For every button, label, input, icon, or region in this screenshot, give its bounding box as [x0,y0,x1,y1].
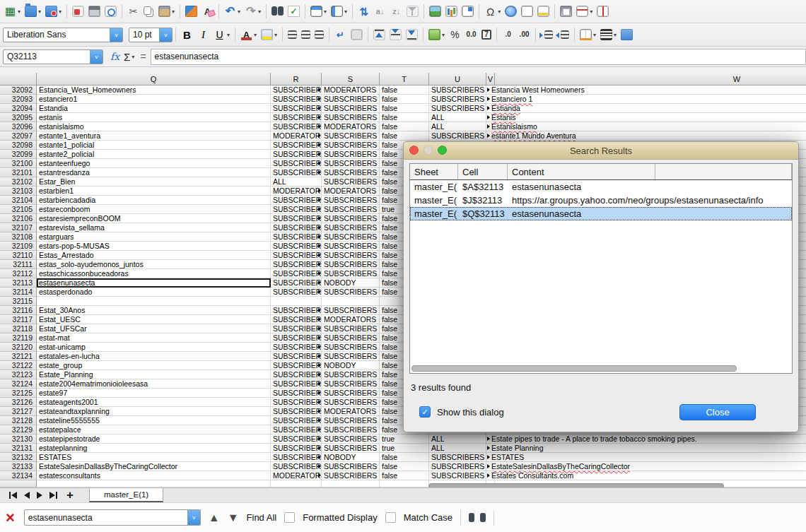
cell-Q32123[interactable]: Estate_Planning [37,370,271,379]
center-vertically-button[interactable] [387,25,404,44]
cell-Q32110[interactable]: Estas_Arrestado [37,251,271,260]
cell-S32116[interactable]: SUBSCRIBERS [322,306,380,315]
cell-S32122[interactable]: NOBODY [322,361,380,370]
cell-U32130[interactable]: ALL [429,435,486,444]
cell-T32097[interactable]: false [380,131,429,141]
chevron-down-icon[interactable]: ▾ [344,8,347,15]
row-header-partial[interactable] [0,480,37,487]
cell-R32099[interactable]: SUBSCRIBERS [271,150,322,159]
chevron-down-icon[interactable]: v [90,50,103,64]
paste-button[interactable]: ▾ [156,2,177,20]
column-header-T[interactable]: T [380,73,429,85]
cell-Q32118[interactable]: Estat_UFSCar [37,324,271,333]
cell-V32094[interactable]: Estianda [486,104,495,113]
row-header-32104[interactable]: 32104 [0,196,37,205]
chevron-down-icon[interactable]: ▾ [498,8,501,15]
cell-R32122[interactable]: SUBSCRIBERS [271,361,322,370]
cell-S32120[interactable]: SUBSCRIBERS [322,343,380,352]
cell-V32095[interactable]: Estanis [486,113,495,122]
row-header-32100[interactable]: 32100 [0,159,37,168]
cell-U32131[interactable]: ALL [429,444,486,453]
cell-R32101[interactable]: SUBSCRIBERS [271,168,322,177]
cell-T32133[interactable]: false [380,462,429,471]
chevron-down-icon[interactable]: ▾ [274,32,277,38]
cell-S32127[interactable]: MODERATORS [322,407,380,416]
cell-R32115[interactable] [271,297,322,306]
cell-S32108[interactable]: SUBSCRIBERS [322,232,380,242]
results-header-Sheet[interactable]: Sheet [410,164,458,179]
cell-Q32107[interactable]: estarevista_sellama [37,223,271,232]
cell-T32096[interactable]: false [380,122,429,131]
row-header-32108[interactable]: 32108 [0,232,37,242]
clear-formatting-button[interactable]: A [199,2,216,20]
row-header-32118[interactable]: 32118 [0,324,37,333]
date-format-button[interactable]: 7 [479,25,493,44]
cell-Q32111[interactable]: estas_solo-ayudemonos_juntos [37,260,271,269]
cell-Q32097[interactable]: estante1_aventura [37,131,271,141]
function-wizard-icon[interactable]: fx [110,51,119,62]
binoculars-icon[interactable] [469,512,486,524]
chevron-down-icon[interactable]: ▾ [593,32,596,38]
cell-Q32094[interactable]: Estandia [37,104,271,113]
row-header-32113[interactable]: 32113 [0,278,37,288]
cell-S32102[interactable]: SUBSCRIBERS [322,177,380,187]
cell-W32093[interactable] [495,95,806,104]
cell-S32115[interactable] [322,297,380,306]
cell-R32110[interactable]: SUBSCRIBERS [271,251,322,260]
cell-V32092[interactable]: Estancia West Homeowners [486,85,495,95]
print-area-button[interactable] [558,2,574,20]
cell-S32125[interactable]: SUBSCRIBERS [322,389,380,398]
results-header-Cell[interactable]: Cell [458,164,508,179]
cell-Q32095[interactable]: estanis [37,113,271,122]
row-header-32106[interactable]: 32106 [0,214,37,223]
cell-Q32114[interactable]: estasperdonado [37,288,271,297]
cell-R32124[interactable]: SUBSCRIBERS [271,379,322,389]
cell-Q32096[interactable]: estanislaismo [37,122,271,131]
cell-Q32125[interactable]: estate97 [37,389,271,398]
cell-Q32133[interactable]: EstateSalesinDallasByTheCaringCollector [37,462,271,471]
cell-W32132[interactable] [495,453,806,462]
cell-S32103[interactable]: MODERATORS [322,187,380,196]
cell-Q32117[interactable]: Estat_UESC [37,315,271,324]
increase-indent-button[interactable] [539,25,555,44]
sort-button[interactable]: ⇅ [356,2,372,20]
cell-U32094[interactable]: SUBSCRIBERS [429,104,486,113]
cell-V32096[interactable]: Estanislaismo [486,122,495,131]
column-header-W[interactable]: W [495,73,806,85]
align-right-button[interactable] [313,25,326,44]
cell-Q32131[interactable]: estateplanning [37,444,271,453]
new-document-button[interactable]: ▦▾ [2,2,23,20]
pivot-table-button[interactable] [460,2,476,20]
minimize-window-button[interactable] [424,146,433,155]
row-header-32125[interactable]: 32125 [0,389,37,398]
cell-U32093[interactable]: SUBSCRIBERS [429,95,486,104]
row-header-32119[interactable]: 32119 [0,333,37,343]
number-format-button[interactable]: 0.0 [463,25,479,44]
result-row[interactable]: master_E($J$32113https://ar.groups.yahoo… [410,194,792,207]
zoom-window-button[interactable] [438,146,447,155]
row-header-32095[interactable]: 32095 [0,113,37,122]
column-header-Q[interactable]: Q [37,73,271,85]
special-character-button[interactable]: Ω▾ [482,2,503,20]
cell-R32131[interactable]: SUBSCRIBERS [271,444,322,453]
cell-R32119[interactable]: SUBSCRIBERS [271,333,322,343]
cell-V32131[interactable]: Estate Planning [486,444,495,453]
row-header-32109[interactable]: 32109 [0,242,37,251]
cell-Q32124[interactable]: estate2004ematrimonioioleesasa [37,379,271,389]
cell-U32095[interactable]: ALL [429,113,486,122]
row-header-32130[interactable]: 32130 [0,435,37,444]
row-header-32103[interactable]: 32103 [0,187,37,196]
bold-button[interactable]: B [179,25,195,44]
sort-descending-button[interactable]: z↓ [388,2,404,20]
chevron-down-icon[interactable]: ▾ [59,8,62,15]
row-button[interactable]: ▾ [308,2,329,20]
cell-R32112[interactable]: SUBSCRIBERS [271,269,322,278]
row-header-32092[interactable]: 32092 [0,85,37,95]
wrap-text-button[interactable]: ↵ [332,25,349,44]
column-header-R[interactable]: R [271,73,322,85]
cell-R32093[interactable]: SUBSCRIBERS [271,95,322,104]
cell-R32111[interactable]: SUBSCRIBERS [271,260,322,269]
cell-V32133[interactable]: EstateSalesinDallasByTheCaringCollector [486,462,495,471]
cell-S32128[interactable]: SUBSCRIBERS [322,416,380,425]
chevron-down-icon[interactable]: v [187,510,200,525]
